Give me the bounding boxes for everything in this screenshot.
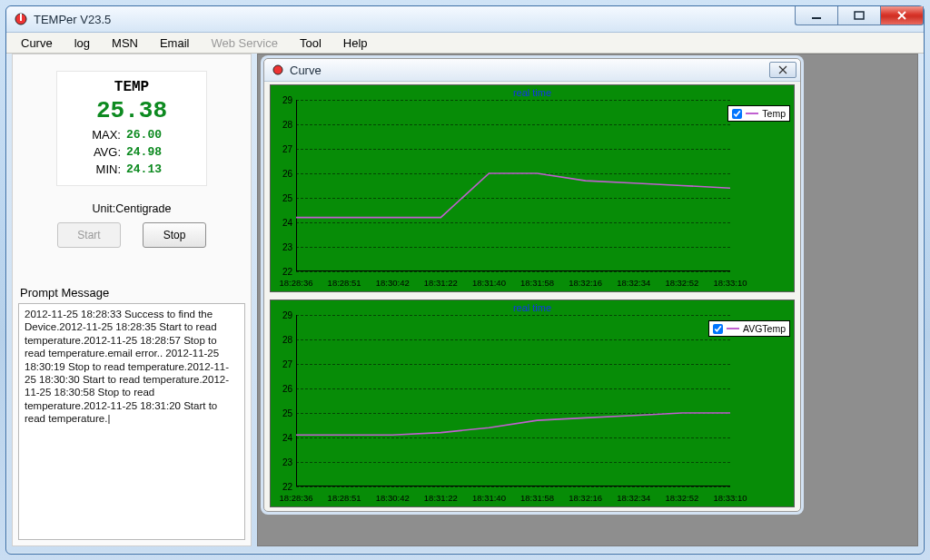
y-tick: 26: [282, 169, 292, 179]
temp-heading: TEMP: [61, 79, 203, 95]
x-tick: 18:32:34: [617, 278, 650, 288]
x-tick: 18:28:51: [328, 278, 361, 288]
legend[interactable]: Temp: [727, 105, 790, 122]
x-tick: 18:31:58: [520, 278, 554, 288]
y-tick: 22: [282, 267, 292, 277]
legend-label: Temp: [762, 108, 786, 119]
x-tick: 18:31:40: [472, 493, 506, 503]
x-tick: 18:33:10: [714, 278, 747, 288]
legend-checkbox[interactable]: [713, 324, 723, 334]
curve-close-button[interactable]: [769, 62, 796, 78]
y-tick: 27: [282, 144, 292, 154]
curve-title: Curve: [290, 64, 322, 77]
y-tick: 28: [282, 120, 292, 130]
menu-curve[interactable]: Curve: [10, 34, 64, 52]
prompt-textbox[interactable]: 2012-11-25 18:28:33 Success to find the …: [18, 303, 245, 540]
maximize-button[interactable]: [837, 6, 880, 25]
plot-area: [296, 100, 730, 271]
label-max: MAX:: [88, 128, 121, 142]
close-button[interactable]: [880, 6, 924, 25]
y-tick: 27: [282, 359, 292, 369]
titlebar[interactable]: TEMPer V23.5: [6, 6, 924, 33]
y-tick: 24: [282, 218, 292, 228]
x-tick: 18:30:42: [376, 493, 410, 503]
menu-webservice: Web Service: [200, 34, 288, 52]
x-tick: 18:32:52: [665, 278, 698, 288]
value-max: 26.00: [126, 128, 175, 142]
label-avg: AVG:: [88, 145, 121, 159]
menu-tool[interactable]: Tool: [289, 34, 332, 52]
y-axis: 2223242526272829: [271, 100, 294, 271]
svg-rect-1: [20, 14, 22, 21]
y-tick: 22: [282, 482, 292, 492]
temp-current: 25.38: [61, 97, 203, 124]
value-avg: 24.98: [126, 145, 175, 159]
window-buttons: [795, 6, 924, 25]
legend-checkbox[interactable]: [732, 109, 742, 119]
charts-container: real time222324252627282918:28:3618:28:5…: [270, 84, 795, 507]
window-title: TEMPer V23.5: [34, 13, 111, 26]
y-tick: 25: [282, 408, 292, 418]
y-tick: 23: [282, 242, 292, 252]
x-tick: 18:30:42: [376, 278, 410, 288]
x-tick: 18:28:36: [280, 493, 313, 503]
chart-temp: real time222324252627282918:28:3618:28:5…: [270, 84, 795, 292]
label-min: MIN:: [88, 162, 121, 176]
y-tick: 25: [282, 193, 292, 203]
y-tick: 26: [282, 384, 292, 394]
chart-title: real time: [271, 302, 794, 313]
svg-rect-2: [812, 17, 821, 19]
svg-rect-3: [855, 12, 864, 19]
value-min: 24.13: [126, 162, 175, 176]
temperature-box: TEMP 25.38 MAX: 26.00 AVG: 24.98 MIN: 24…: [56, 71, 207, 186]
x-tick: 18:32:34: [617, 493, 650, 503]
x-tick: 18:33:10: [714, 493, 747, 503]
y-tick: 23: [282, 457, 292, 467]
legend-swatch: [727, 328, 739, 329]
legend-label: AVGTemp: [743, 323, 786, 334]
y-tick: 28: [282, 335, 292, 345]
x-tick: 18:32:16: [569, 493, 602, 503]
y-tick: 24: [282, 433, 292, 443]
menubar: Curve log MSN Email Web Service Tool Hel…: [6, 33, 924, 54]
chart-avgtemp: real time222324252627282918:28:3618:28:5…: [270, 300, 795, 507]
curve-window: Curve real time222324252627282918:28:361…: [263, 58, 801, 512]
start-button: Start: [57, 222, 121, 248]
prompt-label: Prompt Message: [20, 286, 251, 300]
x-tick: 18:28:36: [280, 278, 313, 288]
svg-point-4: [273, 65, 282, 74]
x-tick: 18:32:16: [569, 278, 602, 288]
stop-button[interactable]: Stop: [143, 222, 206, 248]
mdi-area: Curve real time222324252627282918:28:361…: [257, 54, 918, 546]
chart-title: real time: [271, 87, 794, 98]
x-tick: 18:31:58: [520, 493, 554, 503]
plot-area: [296, 315, 730, 486]
x-tick: 18:31:40: [472, 278, 506, 288]
app-window: TEMPer V23.5 Curve log MSN Email Web Ser…: [5, 5, 925, 555]
legend-swatch: [746, 113, 758, 114]
x-axis: 18:28:3618:28:5118:30:4218:31:2218:31:40…: [296, 488, 730, 505]
curve-titlebar[interactable]: Curve: [264, 59, 800, 82]
left-panel: TEMP 25.38 MAX: 26.00 AVG: 24.98 MIN: 24…: [12, 54, 252, 546]
legend[interactable]: AVGTemp: [708, 320, 790, 337]
menu-log[interactable]: log: [64, 34, 101, 52]
minimize-button[interactable]: [795, 6, 837, 25]
x-tick: 18:32:52: [665, 493, 698, 503]
x-tick: 18:28:51: [328, 493, 361, 503]
menu-help[interactable]: Help: [332, 34, 379, 52]
curve-icon: [272, 64, 284, 76]
menu-email[interactable]: Email: [149, 34, 201, 52]
button-row: Start Stop: [13, 222, 251, 248]
client-area: TEMP 25.38 MAX: 26.00 AVG: 24.98 MIN: 24…: [12, 54, 918, 546]
menu-msn[interactable]: MSN: [101, 34, 149, 52]
app-icon: [14, 12, 28, 26]
unit-label: Unit:Centigrade: [13, 202, 251, 215]
x-tick: 18:31:22: [424, 278, 458, 288]
x-axis: 18:28:3618:28:5118:30:4218:31:2218:31:40…: [296, 273, 730, 290]
y-axis: 2223242526272829: [271, 315, 294, 486]
x-tick: 18:31:22: [424, 493, 458, 503]
